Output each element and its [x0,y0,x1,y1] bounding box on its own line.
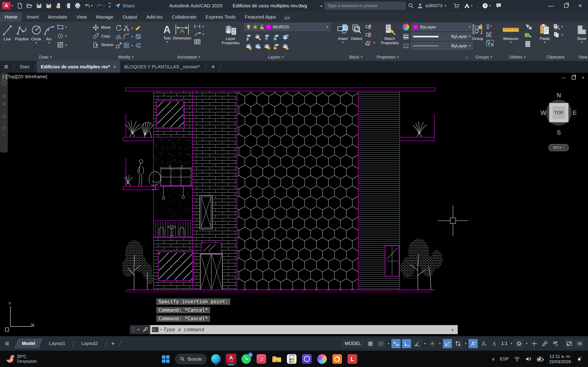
arc-button[interactable]: Arc ▾ [43,23,55,44]
layer-previous-icon[interactable] [254,43,262,50]
group-selection-icon[interactable] [486,40,494,47]
tab-addins[interactable]: Add-ins [142,12,167,22]
command-tools-wrench-icon[interactable] [143,327,148,332]
pan-hand-icon[interactable] [1,93,7,98]
start-button[interactable] [160,353,172,365]
tab-annotate[interactable]: Annotate [43,12,72,22]
viewcube-west[interactable]: W [540,109,546,117]
paste-button[interactable]: Paste ▾ [538,23,551,44]
layer-merge-icon[interactable] [282,43,289,50]
wifi-icon[interactable] [514,356,520,362]
whatsapp-app-button[interactable]: 2 [240,353,252,365]
music-app-button[interactable]: ♫ [255,353,267,365]
move-button[interactable]: Move [92,23,113,32]
line-button[interactable]: Line [1,23,13,42]
viewport-controls-label[interactable]: [-][Top][2D Wireframe] [2,74,47,79]
restore-button[interactable] [564,4,568,8]
linetype-icon[interactable] [402,42,409,49]
tab-view[interactable]: View [72,12,91,22]
showmotion-icon[interactable] [1,126,7,131]
tab-collaborate[interactable]: Collaborate [167,12,201,22]
tab-featured-apps[interactable]: Featured Apps [240,12,281,22]
snap-caret-icon[interactable]: ▾ [387,342,390,345]
array-icon[interactable]: ▾ [123,42,134,49]
tab-express-tools[interactable]: Express Tools [201,12,240,22]
new-file-icon[interactable] [17,3,23,9]
annotation-autoscale-toggle[interactable] [479,339,488,348]
viewport-close-icon[interactable]: × [582,75,584,80]
security-app-button[interactable] [301,353,313,365]
explode-icon[interactable] [135,33,141,40]
panel-label-utilities[interactable]: Utilities▾ [498,54,537,60]
layer-lock-icon[interactable] [272,34,280,41]
panel-label-block[interactable]: Block▾ [335,54,376,60]
tab-home[interactable]: Home [0,12,22,22]
file-tab-start[interactable]: Start [16,61,34,73]
copilot-app-button[interactable] [316,353,328,365]
detect-button[interactable]: Detect [350,23,363,41]
navigation-wheel-icon[interactable] [1,80,7,86]
search-icon[interactable] [408,3,414,9]
mirror-icon[interactable] [115,33,122,40]
command-close-icon[interactable]: × [137,327,140,332]
command-drag-handle[interactable] [132,327,134,332]
gear-caret-icon[interactable]: ▾ [525,342,528,345]
redo-button[interactable]: ▾ [96,3,105,9]
text-button[interactable]: A Text ▾ [163,23,171,44]
edit-attributes-icon[interactable]: ▾ [365,40,376,46]
ungroup-icon[interactable] [486,24,493,30]
annotation-visibility-toggle[interactable] [468,339,478,348]
feedback-icon[interactable] [495,2,502,9]
model-space-toggle[interactable]: MODEL [342,339,364,348]
dynamic-input-toggle[interactable] [391,339,401,348]
open-from-web-icon[interactable] [55,3,61,9]
copy-clip-icon[interactable]: ▾ [553,32,564,38]
taskbar-search[interactable]: Buscar [175,354,207,364]
polar-caret-icon[interactable]: ▾ [423,342,426,345]
panel-label-groups[interactable]: Groups▾ [470,54,498,60]
panel-label-layers[interactable]: Layers▾ [216,54,335,60]
autodesk-menu-button[interactable]: ▾ [464,3,473,9]
viewcube-south[interactable]: S [540,129,577,136]
leader-button[interactable]: ▾ [194,31,205,37]
isodraft-caret-icon[interactable]: ▾ [438,342,441,345]
polyline-button[interactable]: Polyline [14,23,29,42]
tab-output[interactable]: Output [118,12,142,22]
object-color-combo[interactable]: ByLayer ▾ [411,23,473,31]
taskbar-weather-widget[interactable]: 20°C Despejado [6,354,93,364]
viewport-restore-icon[interactable] [572,76,576,80]
file-explorer-button[interactable] [271,353,283,365]
clean-screen-plus[interactable] [530,339,539,348]
quick-select-icon[interactable] [524,24,532,30]
file-tab-current[interactable]: Edificios de usos multiples rev* × [37,61,120,73]
minimize-button[interactable]: — [548,2,554,9]
panel-label-clipboard[interactable]: Clipboard [537,54,574,60]
help-button[interactable]: ? ▾ [482,2,491,9]
help-search-input[interactable]: Type a keyword or phrase [325,2,406,10]
viewcube-north[interactable]: N [540,92,577,99]
base-button[interactable]: Base ▾ [575,23,588,44]
polar-tracking-toggle[interactable] [413,339,422,348]
layer-match-icon[interactable] [282,34,289,41]
snap-mode-toggle[interactable] [376,339,385,348]
share-button[interactable]: Share [115,3,135,9]
copy-button[interactable]: Copy [92,32,113,41]
isolate-objects-toggle[interactable] [540,339,549,348]
linetype-combo[interactable]: ByLayer ▾ [411,42,473,50]
annotation-scale-value[interactable]: 1:1 [500,339,509,348]
drawing-viewport[interactable]: [-][Top][2D Wireframe] — × [0,73,588,336]
layer-on-bulb-tool-icon[interactable] [245,43,253,50]
username[interactable]: a385373 [425,3,442,8]
save-to-web-icon[interactable] [65,3,71,9]
lineweight-combo[interactable]: ByLayer ▾ [411,33,473,40]
file-tab-close-icon[interactable]: × [113,64,116,69]
scale-caret-icon[interactable]: ▾ [510,342,513,345]
zoom-extents-icon[interactable] [1,101,7,106]
orbit-icon[interactable] [1,113,7,119]
save-icon[interactable] [36,3,42,9]
edit-block-icon[interactable] [365,32,372,38]
cut-icon[interactable]: ▾ [553,24,564,30]
command-prompt-icon[interactable]: >_ [152,327,158,332]
annotation-scale-icon[interactable] [490,339,499,348]
navbar-minimize-icon[interactable]: ⊖ [3,133,5,136]
